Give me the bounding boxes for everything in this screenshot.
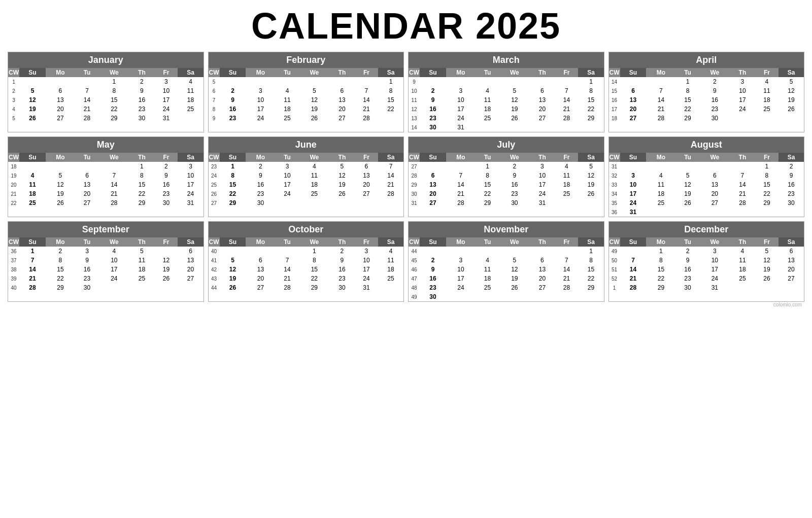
day-cell: 12 (499, 95, 529, 105)
table-row: 286789101112 (409, 171, 604, 180)
day-cell: 17 (275, 180, 299, 189)
day-cell: 7 (275, 256, 299, 265)
day-cell: 22 (129, 189, 154, 198)
day-cell: 9 (700, 86, 730, 95)
day-cell (154, 283, 178, 292)
day-cell: 16 (675, 265, 699, 274)
day-cell: 25 (730, 274, 755, 283)
day-cell: 11 (378, 256, 403, 265)
day-cell: 28 (730, 198, 755, 208)
day-cell: 23 (420, 283, 446, 292)
day-cell: 7 (19, 256, 46, 265)
day-cell (646, 77, 675, 86)
table-row: 11234 (8, 77, 204, 86)
day-cell: 7 (75, 86, 99, 95)
day-cell (730, 208, 755, 217)
day-cell: 20 (529, 274, 555, 283)
day-cell: 31 (700, 283, 730, 292)
day-cell (46, 162, 75, 171)
day-cell (178, 114, 203, 123)
day-cell: 8 (578, 86, 603, 95)
day-cell (46, 77, 75, 86)
day-cell (75, 77, 99, 86)
day-cell: 8 (646, 256, 675, 265)
day-cell: 28 (646, 114, 675, 123)
day-cell: 13 (46, 95, 75, 105)
day-cell (620, 247, 647, 256)
day-cell: 24 (99, 274, 129, 283)
day-cell (476, 77, 499, 86)
day-cell: 23 (220, 114, 246, 123)
day-cell: 30 (675, 283, 699, 292)
day-cell: 5 (329, 162, 355, 171)
day-cell (355, 77, 378, 86)
day-cell: 17 (620, 189, 647, 198)
day-cell: 25 (555, 189, 578, 198)
table-row: 2118192021222324 (8, 189, 204, 198)
day-cell: 14 (555, 95, 578, 105)
day-cell (555, 292, 578, 301)
day-cell: 4 (555, 162, 578, 171)
day-cell: 23 (499, 189, 529, 198)
day-cell (730, 114, 755, 123)
day-cell (476, 247, 499, 256)
day-cell: 31 (446, 123, 476, 132)
day-cell: 16 (220, 105, 246, 114)
day-cell: 30 (420, 292, 446, 301)
day-cell: 18 (646, 189, 675, 198)
day-cell: 21 (555, 274, 578, 283)
day-cell: 29 (755, 198, 779, 208)
day-cell (178, 283, 203, 292)
day-cell: 23 (420, 114, 446, 123)
day-cell: 29 (299, 283, 329, 292)
day-cell: 24 (246, 114, 275, 123)
day-cell: 2 (675, 247, 699, 256)
day-cell: 17 (99, 265, 129, 274)
table-row: 441 (409, 247, 604, 256)
day-cell (446, 247, 476, 256)
month-title: December (609, 222, 804, 237)
day-cell: 28 (19, 283, 46, 292)
day-cell: 19 (299, 105, 329, 114)
day-cell: 21 (99, 189, 129, 198)
table-row: 3020212223242526 (409, 189, 604, 198)
table-row: 2515161718192021 (209, 180, 404, 189)
day-cell (446, 162, 476, 171)
table-row: 401234 (209, 247, 404, 256)
table-row: 1827282930 (609, 114, 804, 123)
day-cell: 22 (299, 274, 329, 283)
day-cell: 9 (420, 265, 446, 274)
table-row: 1323242526272829 (409, 114, 604, 123)
day-cell (75, 162, 99, 171)
month-block-january: JanuaryCWSuMoTuWeThFrSa11234256789101131… (8, 52, 204, 132)
day-cell: 5 (755, 247, 779, 256)
day-cell: 24 (154, 105, 178, 114)
table-row: 3631 (609, 208, 804, 217)
day-cell (220, 77, 246, 86)
day-cell (19, 162, 46, 171)
day-cell: 30 (246, 198, 275, 208)
day-cell: 4 (275, 86, 299, 95)
day-cell: 8 (755, 171, 779, 180)
day-cell: 25 (19, 198, 46, 208)
day-cell: 3 (178, 162, 203, 171)
day-cell: 13 (329, 95, 355, 105)
day-cell: 14 (99, 180, 129, 189)
table-row: 79101112131415 (209, 95, 404, 105)
day-cell (378, 114, 403, 123)
day-cell: 15 (675, 95, 699, 105)
day-cell: 4 (476, 86, 499, 95)
day-cell: 12 (154, 256, 178, 265)
day-cell: 2 (46, 247, 75, 256)
day-cell: 30 (129, 114, 154, 123)
day-cell (755, 208, 779, 217)
day-cell: 2 (700, 77, 730, 86)
day-cell: 27 (529, 114, 555, 123)
day-cell: 13 (246, 265, 275, 274)
day-cell: 15 (129, 180, 154, 189)
day-cell: 24 (446, 114, 476, 123)
day-cell (700, 208, 730, 217)
table-row: 2567891011 (8, 86, 204, 95)
table-row: 231234567 (209, 162, 404, 171)
day-cell (476, 292, 499, 301)
